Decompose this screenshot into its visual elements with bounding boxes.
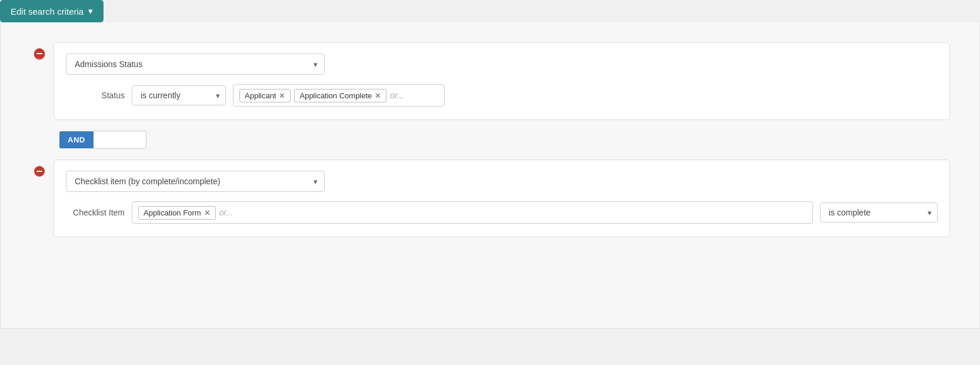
completion-condition-select[interactable]: is complete is incomplete — [820, 203, 938, 223]
remove-icon-2 — [34, 165, 45, 177]
tag-application-form-remove[interactable]: ✕ — [204, 209, 211, 217]
and-divider: AND — [54, 131, 950, 149]
edit-criteria-button[interactable]: Edit search criteria ▾ — [0, 0, 104, 22]
svg-rect-3 — [36, 171, 42, 172]
is-complete-select-wrapper: is complete is incomplete — [820, 203, 938, 223]
remove-criteria-1-button[interactable]: ◯ — [34, 48, 45, 59]
tag-application-complete-remove[interactable]: ✕ — [375, 92, 381, 99]
criteria-block-2: Checklist item (by complete/incomplete) … — [54, 160, 950, 237]
chevron-down-icon: ▾ — [88, 6, 93, 16]
checklist-item-label: Checklist Item — [66, 208, 125, 217]
tag-application-form: Application Form ✕ — [138, 206, 216, 220]
criteria-block-1: ◯ Admissions Status Checklist item (by c… — [54, 42, 950, 120]
and-input[interactable] — [94, 131, 146, 149]
remove-criteria-2-button[interactable] — [34, 165, 45, 177]
main-panel: ◯ Admissions Status Checklist item (by c… — [0, 22, 980, 328]
status-tags-input[interactable]: Applicant ✕ Application Complete ✕ or... — [233, 84, 445, 107]
outer-container: ◯ Admissions Status Checklist item (by c… — [18, 36, 962, 237]
type-select-wrap-2: Checklist item (by complete/incomplete) … — [66, 171, 938, 192]
tag-application-complete: Application Complete ✕ — [294, 89, 386, 102]
criteria-type-select-1[interactable]: Admissions Status Checklist item (by com… — [66, 54, 325, 75]
tag-applicant-remove[interactable]: ✕ — [279, 92, 285, 99]
tag-application-form-label: Application Form — [144, 208, 201, 217]
remove-icon-1 — [34, 48, 45, 59]
field-row-1: Status is currently was previously is no… — [66, 84, 938, 107]
criteria-card-2: Checklist item (by complete/incomplete) … — [54, 160, 950, 237]
criteria-type-select-2[interactable]: Checklist item (by complete/incomplete) … — [66, 171, 325, 192]
edit-criteria-label: Edit search criteria — [11, 6, 84, 16]
or-placeholder-1: or... — [390, 91, 404, 100]
status-label: Status — [66, 91, 125, 100]
top-bar: Edit search criteria ▾ — [0, 0, 980, 22]
tag-applicant-label: Applicant — [245, 91, 276, 100]
condition-select-wrapper-1: is currently was previously is not curre… — [132, 85, 226, 105]
tag-application-complete-label: Application Complete — [299, 91, 372, 100]
criteria-card-1: Admissions Status Checklist item (by com… — [54, 42, 950, 120]
admissions-status-select-wrapper: Admissions Status Checklist item (by com… — [66, 54, 325, 75]
tag-applicant: Applicant ✕ — [239, 89, 291, 102]
checklist-tags-input[interactable]: Application Form ✕ or... — [132, 201, 813, 224]
checklist-type-select-wrapper: Checklist item (by complete/incomplete) … — [66, 171, 325, 192]
type-select-wrap-1: Admissions Status Checklist item (by com… — [66, 54, 938, 75]
status-condition-select[interactable]: is currently was previously is not curre… — [132, 85, 226, 105]
and-button[interactable]: AND — [59, 131, 94, 148]
svg-rect-1 — [36, 53, 42, 54]
checklist-field-row: Checklist Item Application Form ✕ or... … — [66, 201, 938, 224]
or-placeholder-2: or... — [219, 208, 234, 217]
